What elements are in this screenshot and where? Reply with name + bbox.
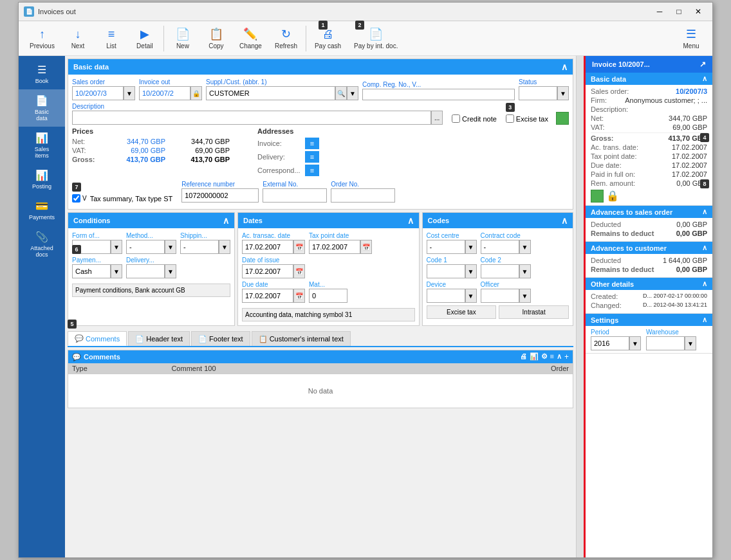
ac-transac-cal-btn[interactable]: 📅 [293, 240, 305, 254]
delivery-addr-btn[interactable]: ≡ [305, 151, 319, 163]
sidebar-item-attached-docs[interactable]: 📎 Attacheddocs [19, 226, 65, 263]
payment-input[interactable] [72, 264, 111, 278]
minimize-button[interactable]: ─ [651, 5, 669, 18]
suppl-search-btn[interactable]: 🔍 [335, 86, 347, 100]
invoice-addr-btn[interactable]: ≡ [305, 138, 319, 149]
payment-conditions-btn[interactable]: Payment conditions, Bank account GB [72, 284, 230, 297]
external-no-input[interactable] [263, 188, 327, 203]
tax-point-input[interactable] [309, 240, 360, 254]
refresh-button[interactable]: ↻ Refresh [269, 24, 303, 53]
delivery-input[interactable] [126, 264, 165, 278]
officer-dropdown[interactable]: ▼ [519, 289, 531, 303]
comments-print-icon[interactable]: 🖨 [520, 352, 527, 361]
excise-tax-btn[interactable]: Excise tax [427, 305, 497, 319]
rp-period-dropdown[interactable]: ▼ [629, 336, 641, 350]
officer-input[interactable] [481, 289, 519, 303]
sidebar-item-sales-items[interactable]: 📊 Salesitems [19, 127, 65, 164]
tab-footer-text[interactable]: 📄 Footer text [191, 331, 250, 346]
maximize-button[interactable]: □ [670, 5, 688, 18]
order-no-input[interactable] [331, 188, 395, 203]
correspond-addr-btn[interactable]: ≡ [305, 165, 319, 176]
new-button[interactable]: 📄 New [167, 24, 199, 53]
conditions-collapse[interactable]: ∧ [223, 215, 229, 226]
device-dropdown[interactable]: ▼ [465, 289, 477, 303]
list-button[interactable]: ≡ List [95, 24, 127, 53]
codes-collapse[interactable]: ∧ [561, 215, 568, 226]
invoice-out-input[interactable] [139, 86, 190, 100]
tab-comments[interactable]: 💬 Comments [68, 331, 127, 346]
shipping-input[interactable] [180, 240, 219, 254]
tab-customers-internal[interactable]: 📋 Customer's internal text [252, 331, 351, 346]
due-date-input[interactable] [242, 289, 293, 303]
comp-reg-input[interactable] [362, 89, 515, 100]
reference-number-input[interactable] [181, 188, 259, 203]
pay-int-button[interactable]: 2 📄 Pay by int. doc. [348, 24, 403, 53]
rp-advances-sales-collapse[interactable]: ∧ [702, 208, 707, 216]
description-more-btn[interactable]: ... [431, 111, 443, 125]
menu-button[interactable]: ☰ Menu [675, 24, 707, 53]
credit-note-checkbox[interactable] [452, 114, 460, 123]
comments-bar-icon[interactable]: ⚙ [541, 352, 548, 361]
tab-header-text[interactable]: 📄 Header text [128, 331, 190, 346]
code1-input[interactable] [427, 264, 465, 278]
contract-code-dropdown[interactable]: ▼ [519, 240, 531, 254]
sidebar-item-posting[interactable]: 📊 Posting [19, 164, 65, 195]
tax-point-cal-btn[interactable]: 📅 [360, 240, 372, 254]
due-date-cal-btn[interactable]: 📅 [293, 289, 305, 303]
form-of-dropdown[interactable]: ▼ [111, 240, 122, 254]
date-issue-cal-btn[interactable]: 📅 [293, 264, 305, 278]
status-dropdown-btn[interactable]: ▼ [557, 86, 569, 100]
rp-basic-data-collapse[interactable]: ∧ [702, 75, 707, 83]
sidebar-item-book[interactable]: ☰ Book [19, 59, 65, 89]
rp-other-details-collapse[interactable]: ∧ [702, 280, 707, 288]
rp-settings-collapse[interactable]: ∧ [702, 316, 707, 324]
dates-collapse[interactable]: ∧ [407, 215, 414, 226]
sales-order-dropdown-btn[interactable]: ▼ [124, 86, 135, 100]
comments-settings-icon[interactable]: ≡ [550, 352, 554, 361]
suppl-dropdown-btn[interactable]: ▼ [347, 86, 358, 100]
rp-warehouse-dropdown[interactable]: ▼ [685, 336, 696, 350]
right-panel-expand-icon[interactable]: ↗ [699, 60, 706, 69]
delivery-dropdown[interactable]: ▼ [165, 264, 176, 278]
basic-data-collapse-btn[interactable]: ∧ [561, 62, 568, 72]
next-button[interactable]: ↓ Next [62, 24, 94, 53]
pay-cash-button[interactable]: 1 🖨 Pay cash [309, 24, 347, 53]
shipping-dropdown[interactable]: ▼ [219, 240, 230, 254]
code2-input[interactable] [481, 264, 519, 278]
mat-input[interactable] [309, 289, 347, 303]
sales-order-input[interactable] [72, 86, 124, 100]
comments-collapse-icon[interactable]: ∧ [557, 352, 562, 361]
rp-warehouse-input[interactable] [646, 336, 685, 350]
ac-transac-input[interactable] [242, 240, 293, 254]
description-input[interactable] [72, 111, 431, 125]
device-input[interactable] [427, 289, 465, 303]
payment-dropdown[interactable]: ▼ [111, 264, 122, 278]
excise-tax-checkbox[interactable] [506, 114, 514, 123]
comments-chart-icon[interactable]: 📊 [530, 352, 539, 361]
accounting-data-btn[interactable]: Accounting data, matching symbol 31 [242, 308, 415, 321]
form-scrollbar[interactable] [576, 56, 584, 557]
status-input[interactable] [519, 86, 557, 100]
method-dropdown[interactable]: ▼ [165, 240, 176, 254]
code2-dropdown[interactable]: ▼ [519, 264, 531, 278]
close-button[interactable]: ✕ [689, 5, 707, 18]
rp-period-input[interactable] [591, 336, 629, 350]
tax-summary-checkbox[interactable] [72, 194, 80, 203]
detail-button[interactable]: ▶ Detail [129, 24, 161, 53]
change-button[interactable]: ✏️ Change [234, 24, 268, 53]
intrastat-btn[interactable]: Intrastat [499, 305, 569, 319]
cost-centre-input[interactable] [427, 240, 465, 254]
sidebar-item-payments[interactable]: 💳 Payments [19, 195, 65, 226]
method-input[interactable] [126, 240, 165, 254]
copy-button[interactable]: 📋 Copy [200, 24, 232, 53]
previous-button[interactable]: ↑ Previous [24, 24, 60, 53]
rp-advances-customer-collapse[interactable]: ∧ [702, 244, 707, 252]
comments-add-btn[interactable]: + [564, 352, 569, 361]
suppl-cust-input[interactable] [206, 86, 335, 100]
cost-centre-dropdown[interactable]: ▼ [465, 240, 477, 254]
date-issue-input[interactable] [242, 264, 293, 278]
sidebar-item-basic-data[interactable]: 📄 Basicdata [19, 89, 65, 127]
invoice-lock-btn[interactable]: 🔒 [190, 86, 202, 100]
code1-dropdown[interactable]: ▼ [465, 264, 477, 278]
contract-code-input[interactable] [481, 240, 519, 254]
